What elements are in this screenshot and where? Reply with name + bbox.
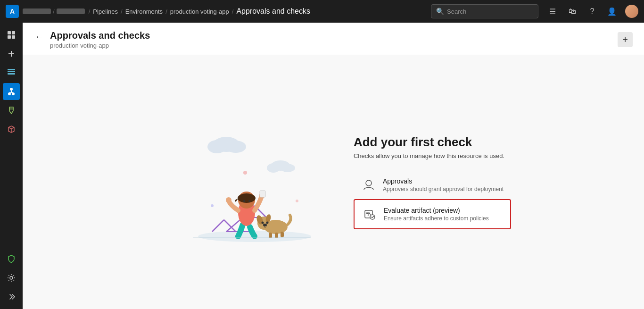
svg-rect-1: [12, 31, 15, 34]
content-body: Add your first check Checks allow you to…: [23, 55, 644, 309]
svg-point-44: [243, 200, 245, 202]
svg-point-12: [12, 92, 15, 95]
breadcrumb: / Pipelines / Environments / production …: [89, 7, 427, 16]
svg-rect-60: [366, 212, 370, 213]
evaluate-artifact-icon: [362, 207, 377, 222]
svg-point-26: [280, 164, 295, 172]
approvals-icon: [361, 177, 376, 192]
org-sub-blurred: [57, 8, 85, 14]
sidebar-item-test[interactable]: [3, 102, 20, 119]
check-text-evaluate-artifact: Evaluate artifact (preview) Ensure artif…: [384, 207, 489, 222]
help-icon-button[interactable]: ?: [586, 5, 599, 18]
svg-point-43: [238, 193, 256, 203]
svg-point-28: [211, 204, 214, 207]
list-icon-button[interactable]: ☰: [546, 5, 559, 18]
svg-point-52: [263, 224, 267, 226]
svg-rect-0: [8, 31, 11, 34]
svg-rect-41: [260, 191, 265, 197]
svg-line-16: [8, 127, 11, 129]
notification-icon-button[interactable]: 🛍: [566, 5, 579, 18]
main-layout: ← Approvals and checks production voting…: [0, 23, 644, 309]
sidebar-item-home[interactable]: [3, 26, 20, 43]
add-check-button[interactable]: +: [618, 32, 633, 47]
top-nav: A / / Pipelines / Environments / product…: [0, 0, 644, 23]
illustration: [156, 116, 316, 248]
sidebar-item-security[interactable]: [3, 251, 20, 267]
page-subtitle: production voting-app: [50, 42, 150, 49]
svg-point-50: [261, 222, 264, 224]
svg-point-29: [296, 200, 298, 202]
back-button[interactable]: ←: [34, 31, 44, 43]
svg-rect-55: [281, 232, 284, 237]
check-name-evaluate-artifact: Evaluate artifact (preview): [384, 207, 489, 214]
breadcrumb-production[interactable]: production voting-app: [170, 8, 229, 15]
svg-point-11: [8, 92, 11, 95]
check-desc-approvals: Approvers should grant approval for depl…: [383, 186, 504, 192]
search-icon: 🔍: [436, 8, 444, 15]
page-header-left: ← Approvals and checks production voting…: [34, 30, 150, 49]
check-desc-evaluate-artifact: Ensure artifacts adhere to custom polici…: [384, 215, 489, 222]
sidebar-item-artifacts[interactable]: [3, 121, 20, 138]
page-title: Approvals and checks: [50, 30, 150, 41]
checks-description: Checks allow you to manage how this reso…: [354, 152, 511, 159]
user-settings-icon-button[interactable]: 👤: [605, 5, 619, 18]
page-title-block: Approvals and checks production voting-a…: [50, 30, 150, 49]
org-name-blurred: [23, 8, 51, 14]
breadcrumb-environments[interactable]: Environments: [125, 8, 163, 15]
svg-point-25: [267, 163, 280, 173]
svg-point-57: [366, 180, 372, 186]
sidebar-item-pipelines[interactable]: [3, 83, 20, 100]
nav-icons: ☰ 🛍 ? 👤: [546, 5, 638, 18]
svg-point-51: [266, 222, 268, 224]
sidebar-item-collapse[interactable]: [3, 288, 20, 305]
org-breadcrumb: /: [23, 8, 85, 15]
content-area: ← Approvals and checks production voting…: [23, 23, 644, 309]
checks-panel: Add your first check Checks allow you to…: [354, 135, 511, 229]
check-name-approvals: Approvals: [383, 177, 504, 185]
svg-rect-2: [8, 35, 11, 39]
check-item-evaluate-artifact[interactable]: Evaluate artifact (preview) Ensure artif…: [354, 199, 511, 229]
svg-point-19: [10, 276, 13, 279]
check-text-approvals: Approvals Approvers should grant approva…: [383, 177, 504, 192]
svg-point-23: [225, 141, 246, 153]
breadcrumb-current: Approvals and checks: [236, 7, 310, 16]
check-item-approvals[interactable]: Approvals Approvers should grant approva…: [354, 171, 511, 199]
page-header: ← Approvals and checks production voting…: [23, 23, 644, 55]
checks-main-heading: Add your first check: [354, 135, 511, 150]
svg-rect-54: [275, 233, 278, 238]
svg-rect-7: [8, 73, 15, 75]
svg-point-27: [243, 171, 247, 175]
sidebar-item-create[interactable]: [3, 45, 20, 62]
search-box[interactable]: 🔍: [431, 4, 538, 18]
svg-rect-61: [366, 213, 369, 214]
svg-rect-8: [8, 69, 15, 70]
svg-rect-53: [269, 233, 272, 238]
svg-rect-3: [12, 35, 15, 39]
breadcrumb-pipelines[interactable]: Pipelines: [93, 8, 118, 15]
search-input[interactable]: [447, 8, 533, 15]
sidebar-item-settings[interactable]: [3, 269, 20, 286]
sidebar: [0, 23, 23, 309]
svg-line-17: [11, 127, 14, 129]
svg-point-45: [248, 200, 250, 202]
svg-rect-6: [8, 71, 15, 72]
sidebar-bottom: [3, 251, 20, 305]
sidebar-item-boards[interactable]: [3, 64, 20, 81]
app-logo[interactable]: A: [6, 5, 19, 18]
svg-point-9: [10, 88, 13, 91]
svg-point-22: [207, 140, 226, 153]
svg-point-39: [226, 197, 231, 203]
svg-line-36: [212, 220, 224, 232]
avatar[interactable]: [625, 5, 638, 18]
